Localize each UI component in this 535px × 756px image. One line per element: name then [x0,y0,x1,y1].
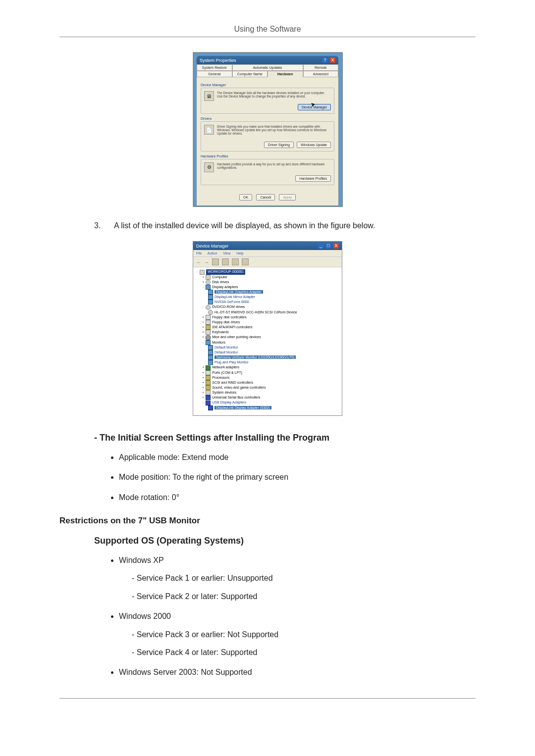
list-item: Mode rotation: 0° [119,492,476,503]
list-item: Service Pack 3 or earlier: Not Supported [132,629,476,640]
tree-node[interactable]: +IDE ATA/ATAPI controllers [202,325,339,330]
section-supported-os-title: Supported OS (Operating Systems) [94,536,476,546]
list-item: Service Pack 2 or later: Supported [132,591,476,602]
tree-node[interactable]: +Computer [202,275,339,280]
tree-node[interactable]: NVIDIA GeForce 8600 [208,300,339,304]
tab-automatic-updates[interactable]: Automatic Updates [232,64,303,71]
help-icon[interactable]: ? [322,57,327,63]
group-label-hardware-profiles: Hardware Profiles [201,154,334,158]
tree-node[interactable]: +Disk drives [202,280,339,285]
group-label-device-manager: Device Manager [201,83,334,87]
tree-node[interactable]: +Network adapters [202,365,339,370]
drivers-icon: 📄 [204,125,214,135]
tab-hardware[interactable]: Hardware [268,71,303,77]
tree-node[interactable]: +SCSI and RAID controllers [202,380,339,385]
list-item: Windows XPService Pack 1 or earlier: Uns… [119,555,476,602]
tree-node[interactable]: +Floppy disk controllers [202,315,339,320]
tree-node[interactable]: Samsung UbiSync Monitor (LD220G/LD190G/U… [208,355,339,360]
step-3: 3. A list of the installed device will b… [94,220,476,231]
tree-node[interactable]: -MonitorsDefault MonitorDefault MonitorS… [202,340,339,365]
section-initial-title: The Initial Screen Settings after Instal… [94,433,476,443]
devmgr-toolbar: ← → [193,257,342,267]
forward-icon[interactable]: → [204,259,209,265]
footer-divider [59,698,476,699]
devmgr-titlebar[interactable]: Device Manager _ □ X [193,242,342,250]
tree-node[interactable]: +Ports (COM & LPT) [202,370,339,375]
dialog-titlebar[interactable]: System Properties ? X [197,56,338,64]
tree-node[interactable]: Default Monitor [208,350,339,355]
list-item: Windows 2000Service Pack 3 or earlier: N… [119,611,476,658]
device-manager-icon: 🖥 [204,91,214,101]
list-item: Windows Server 2003: Not Supported [119,667,476,678]
tab-general[interactable]: General [197,71,232,77]
hardware-profiles-description: Hardware profiles provide a way for you … [217,162,331,172]
drivers-description: Driver Signing lets you make sure that i… [217,125,331,136]
tree-node[interactable]: +System devices [202,390,339,395]
menu-view[interactable]: View [223,252,230,255]
toolbar-icon-2[interactable] [222,258,229,265]
dialog-tabs: System Restore Automatic Updates Remote … [197,64,338,77]
tree-node[interactable]: -DVD/CD-ROM drivesHL-DT-ST RW/DVD GCC-H2… [202,304,339,314]
tree-node[interactable]: +Sound, video and game controllers [202,385,339,390]
windows-update-button[interactable]: Windows Update [297,142,331,148]
hardware-profiles-button[interactable]: Hardware Profiles [295,175,331,182]
tree-root[interactable]: WORKGROUP-000001 [206,269,245,274]
tree-node[interactable]: +Mice and other pointing devices [202,335,339,340]
devmgr-title-text: Device Manager [196,244,229,249]
tree-node[interactable]: +Keyboards [202,330,339,335]
devmgr-tree[interactable]: -WORKGROUP-000001+Computer+Disk drives-D… [193,267,342,415]
header-divider [59,37,476,37]
menu-help[interactable]: Help [236,252,243,255]
group-label-drivers: Drivers [201,117,334,120]
toolbar-icon-4[interactable] [242,258,249,265]
supported-os-list: Windows XPService Pack 1 or earlier: Uns… [119,555,476,678]
document-page: Using the Software System Properties ? X… [0,0,535,738]
list-item: Service Pack 4 or later: Supported [132,647,476,658]
page-header-title: Using the Software [59,25,476,34]
device-manager-screenshot: Device Manager _ □ X File Action View He… [193,241,342,415]
step-3-number: 3. [94,220,105,231]
driver-signing-button[interactable]: Driver Signing [264,142,294,148]
close-icon[interactable]: X [333,243,339,249]
tab-computer-name[interactable]: Computer Name [232,71,268,77]
tree-node[interactable]: -Display adaptersDisplayLink Graphics Ad… [202,285,339,305]
tree-node[interactable]: +Processors [202,375,339,380]
cancel-button[interactable]: Cancel [256,194,275,201]
close-icon[interactable]: X [330,57,335,63]
toolbar-icon-1[interactable] [212,258,219,265]
tree-node[interactable]: -USB Display AdaptersDisplayLink Display… [202,400,339,410]
maximize-icon[interactable]: □ [325,243,331,249]
device-manager-description: The Device Manager lists all the hardwar… [217,91,331,101]
list-item: Mode position: To the right of the prima… [119,472,476,483]
system-properties-screenshot: System Properties ? X System Restore Aut… [193,52,342,206]
apply-button[interactable]: Apply [279,194,296,201]
tree-node[interactable]: +Universal Serial Bus controllers [202,395,339,400]
tab-remote[interactable]: Remote [303,64,339,71]
ok-button[interactable]: OK [239,194,252,201]
hardware-profiles-icon: ⚙ [204,162,214,172]
tree-node[interactable]: +Floppy disk drives [202,320,339,325]
list-item: Applicable mode: Extend mode [119,452,476,463]
menu-action[interactable]: Action [208,252,217,255]
initial-settings-list: Applicable mode: Extend mode Mode positi… [119,452,476,503]
tree-node[interactable]: HL-DT-ST RW/DVD GCC-H20N SCSI CdRom Devi… [208,310,339,315]
devmgr-menubar[interactable]: File Action View Help [193,250,342,257]
menu-file[interactable]: File [196,252,202,255]
step-3-text: A list of the installed device will be d… [114,220,375,231]
tab-system-restore[interactable]: System Restore [197,64,232,71]
tab-advanced[interactable]: Advanced [303,71,339,77]
tree-node[interactable]: DisplayLink Graphics Adapter [208,290,339,295]
tree-node[interactable]: Default Monitor [208,345,339,350]
minimize-icon[interactable]: _ [318,243,323,249]
tree-node[interactable]: Plug and Play Monitor [208,360,339,365]
section-restrictions-title: Restrictions on the 7" USB Monitor [59,516,476,526]
tree-node[interactable]: DisplayLink Display Adapter (0302) [208,405,339,410]
back-icon[interactable]: ← [196,259,201,265]
toolbar-icon-3[interactable] [232,258,239,265]
tree-node[interactable]: DisplayLink Mirror Adapter [208,295,339,300]
dialog-title-text: System Properties [200,58,236,63]
list-item: Service Pack 1 or earlier: Unsupported [132,573,476,584]
